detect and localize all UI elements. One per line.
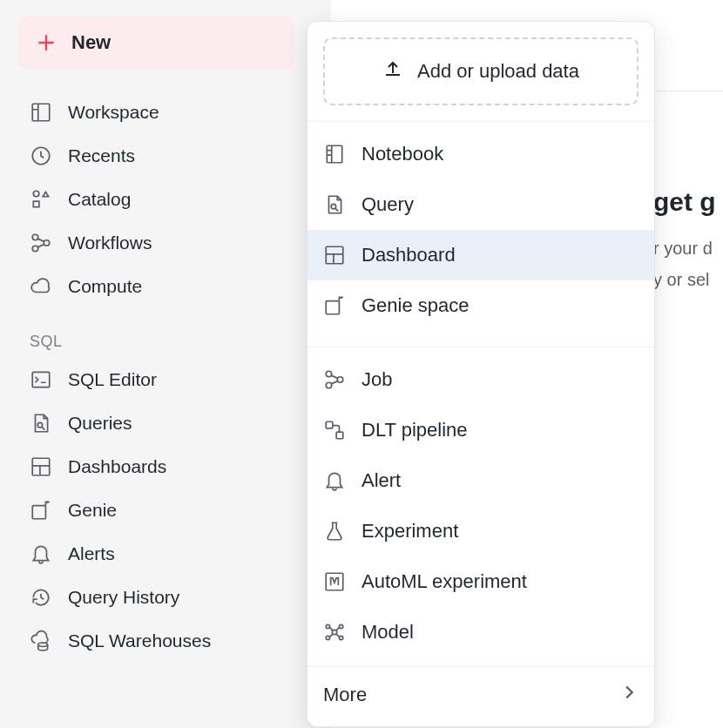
notebook-icon [323, 143, 346, 165]
upload-label: Add or upload data [417, 60, 579, 83]
sidebar-item-label: Compute [68, 276, 142, 297]
menu-item-label: Dashboard [362, 244, 456, 266]
menu-item-experiment[interactable]: Experiment [307, 506, 654, 556]
svg-rect-14 [326, 246, 343, 264]
history-icon [30, 586, 52, 609]
svg-point-25 [339, 636, 342, 639]
sidebar-item-label: Dashboards [68, 456, 166, 477]
menu-item-label: Notebook [362, 143, 443, 165]
menu-item-dlt-pipeline[interactable]: DLT pipeline [307, 405, 654, 455]
main-heading-fragment: get g [653, 187, 723, 217]
pipeline-icon [323, 419, 346, 442]
svg-rect-10 [32, 506, 45, 519]
sidebar-primary-group: Workspace Recents Catalog Workflows Comp… [17, 91, 280, 308]
svg-rect-0 [32, 104, 50, 121]
sidebar-item-workspace[interactable]: Workspace [17, 91, 280, 134]
plus-icon [35, 31, 57, 54]
query-file-icon [30, 412, 52, 435]
menu-item-genie-space[interactable]: Genie space [307, 280, 654, 331]
svg-point-5 [44, 240, 50, 246]
clock-icon [30, 145, 52, 167]
dashboard-icon [323, 244, 346, 266]
workspace-icon [30, 101, 52, 124]
menu-item-label: DLT pipeline [362, 419, 467, 442]
warehouse-cloud-icon [30, 630, 52, 652]
sidebar-item-queries[interactable]: Queries [17, 401, 280, 445]
svg-point-8 [37, 422, 42, 427]
svg-rect-3 [33, 201, 39, 207]
menu-item-label: Experiment [362, 520, 458, 543]
svg-point-6 [32, 246, 38, 252]
sidebar-item-label: Workflows [68, 233, 152, 253]
sidebar-item-label: Queries [68, 413, 132, 434]
sidebar-item-genie[interactable]: Genie [17, 489, 280, 532]
menu-item-model[interactable]: Model [307, 607, 654, 657]
svg-rect-7 [32, 372, 50, 387]
svg-point-11 [38, 643, 48, 646]
svg-point-13 [331, 204, 335, 208]
sidebar-item-label: Recents [68, 145, 135, 166]
sidebar-item-sql-editor[interactable]: SQL Editor [17, 358, 280, 401]
sidebar-item-recents[interactable]: Recents [17, 134, 280, 178]
svg-rect-15 [326, 301, 339, 314]
workflows-icon [323, 368, 346, 391]
svg-point-24 [339, 624, 342, 628]
model-icon [323, 621, 346, 644]
flask-icon [323, 520, 346, 543]
new-button[interactable]: New [17, 16, 294, 70]
menu-item-label: Model [362, 621, 414, 644]
svg-point-16 [326, 371, 332, 377]
more-label: More [323, 684, 367, 706]
menu-item-notebook[interactable]: Notebook [307, 129, 654, 179]
dropdown-group-1: Notebook Query Dashboard Genie space [307, 121, 654, 331]
menu-item-automl-experiment[interactable]: AutoML experiment [307, 556, 654, 607]
bell-icon [323, 469, 346, 492]
sidebar-item-sql-warehouses[interactable]: SQL Warehouses [17, 619, 280, 663]
svg-rect-19 [326, 421, 333, 428]
sidebar-item-label: Alerts [68, 543, 115, 564]
menu-item-more[interactable]: More [307, 666, 654, 719]
sidebar-item-label: Workspace [68, 102, 159, 123]
dashboard-icon [30, 455, 52, 478]
svg-point-23 [326, 636, 329, 639]
menu-item-label: Job [362, 368, 392, 391]
svg-rect-12 [327, 145, 341, 163]
menu-item-label: AutoML experiment [362, 570, 527, 593]
sidebar-item-query-history[interactable]: Query History [17, 576, 280, 619]
sidebar: New Workspace Recents Catalog Workflows [0, 0, 296, 728]
sidebar-sql-header: SQL [17, 308, 280, 358]
genie-icon [30, 499, 52, 522]
automl-icon [323, 570, 346, 593]
sidebar-sql-group: SQL Editor Queries Dashboards Genie Aler… [17, 358, 280, 663]
svg-rect-20 [336, 432, 343, 439]
sidebar-item-dashboards[interactable]: Dashboards [17, 445, 280, 489]
add-upload-data-button[interactable]: Add or upload data [323, 37, 639, 105]
sidebar-item-compute[interactable]: Compute [17, 265, 280, 308]
sidebar-item-label: Catalog [68, 189, 131, 210]
menu-item-label: Genie space [362, 294, 470, 317]
bell-icon [30, 543, 52, 565]
sidebar-item-label: SQL Warehouses [68, 630, 211, 651]
dropdown-group-2: Job DLT pipeline Alert Experiment AutoML… [307, 347, 654, 657]
svg-point-17 [337, 377, 343, 383]
menu-item-label: Query [362, 193, 414, 216]
menu-item-job[interactable]: Job [307, 354, 654, 405]
sidebar-item-alerts[interactable]: Alerts [17, 532, 280, 576]
main-sub-fragment-1: r your d [653, 233, 723, 264]
catalog-icon [30, 188, 52, 211]
svg-point-26 [332, 630, 336, 634]
svg-rect-9 [32, 458, 50, 475]
svg-point-4 [32, 234, 38, 240]
cloud-icon [30, 275, 52, 298]
sidebar-item-catalog[interactable]: Catalog [17, 178, 280, 221]
svg-point-2 [33, 191, 39, 197]
genie-icon [323, 294, 346, 317]
upload-icon [382, 58, 403, 84]
sidebar-item-workflows[interactable]: Workflows [17, 221, 280, 265]
svg-point-18 [326, 382, 332, 388]
menu-item-query[interactable]: Query [307, 179, 654, 230]
menu-item-alert[interactable]: Alert [307, 455, 654, 506]
menu-item-dashboard[interactable]: Dashboard [307, 230, 654, 280]
main-sub-fragment-2: y or sel [653, 264, 723, 295]
query-file-icon [323, 193, 346, 216]
